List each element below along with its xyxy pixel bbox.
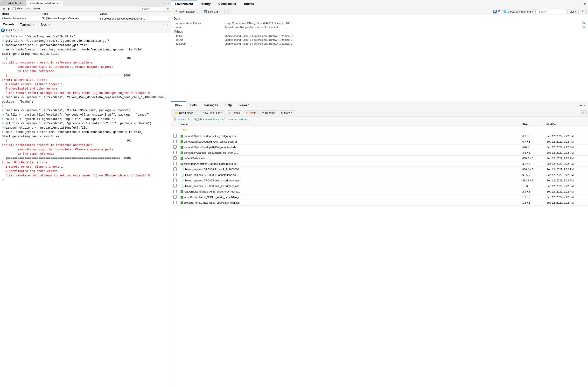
env-maximize-btn[interactable]: □: [583, 2, 587, 6]
env-values-row[interactable]: fa.file "/home/seong/R/x86_64-pc-linux-g…: [171, 34, 588, 38]
breadcrumb-version[interactable]: 4.1: [222, 118, 226, 121]
table-row[interactable]: R annotateSpliceOverlapsByDist_refoutput…: [171, 144, 588, 150]
file-checkbox[interactable]: [173, 151, 177, 154]
tab-history[interactable]: History: [197, 0, 214, 7]
file-checkbox-cell[interactable]: [171, 144, 179, 150]
file-name-cell[interactable]: R defaultModels.rds: [179, 156, 520, 161]
tab-plots[interactable]: Plots: [186, 102, 200, 109]
file-checkbox-cell[interactable]: [171, 167, 179, 172]
editor-maximize-btn[interactable]: □: [166, 1, 170, 5]
file-name-cell[interactable]: R selsoReCombined_SGNex_A549_directRNA_r…: [179, 194, 520, 200]
file-checkbox[interactable]: [173, 190, 177, 193]
file-checkbox[interactable]: [173, 167, 177, 171]
env-data-row[interactable]: ● bambuAnnotations Large CompressedGRang…: [171, 21, 588, 25]
file-checkbox-cell[interactable]: [171, 133, 179, 139]
file-name-cell[interactable]: 📄 Homo_sapiens.GRCh38.dna_sm.primary_ass…: [179, 178, 520, 183]
breadcrumb-extdata[interactable]: extdata: [239, 118, 248, 121]
tab-jobs[interactable]: Jobs ✕: [38, 22, 53, 27]
env-data-row[interactable]: ● se Formal class RangedSummarizedExperi…: [171, 25, 588, 29]
files-maximize-btn[interactable]: □: [583, 103, 587, 107]
env-values-row[interactable]: test.bam "/home/seong/R/x86_64-pc-linux-…: [171, 42, 588, 46]
tab-help[interactable]: Help: [222, 102, 236, 109]
env-values-row[interactable]: gtf.file "/home/seong/R/x86_64-pc-linux-…: [171, 38, 588, 42]
var-open-btn[interactable]: ↗: [167, 17, 169, 20]
env-search-input[interactable]: [537, 9, 566, 14]
file-checkbox-cell[interactable]: [171, 183, 179, 189]
file-checkbox-cell[interactable]: [171, 194, 179, 200]
more-btn[interactable]: ⚙ More ▼: [279, 110, 295, 115]
rename-btn[interactable]: ✏ Rename: [260, 110, 277, 115]
file-checkbox[interactable]: [173, 145, 177, 149]
file-checkbox[interactable]: [173, 173, 177, 176]
global-env-btn[interactable]: 🌐 Global Environment ▼: [501, 9, 536, 14]
table-row-updir[interactable]: 📁 ..: [171, 127, 588, 133]
file-name-cell[interactable]: R annotateSpliceOverlapByDist_testQuery.…: [179, 133, 520, 139]
table-row[interactable]: R selsoReRef_SGNex_A549_directRNA_replic…: [171, 200, 588, 205]
table-row[interactable]: 📄 Homo_sapiens.GRCh38.dna_sm.primary_ass…: [171, 183, 588, 189]
tab-console[interactable]: Console: [0, 21, 17, 28]
files-refresh-btn[interactable]: ↻: [580, 110, 587, 115]
file-checkbox-cell[interactable]: [171, 178, 179, 183]
updir-cell[interactable]: 📁 ..: [179, 127, 588, 133]
breadcrumb-more[interactable]: …: [249, 118, 252, 121]
tab-viewer[interactable]: Viewer: [236, 102, 252, 109]
breadcrumb-lib[interactable]: x86_64-pc-linux-library: [192, 118, 219, 121]
upload-btn[interactable]: ⬆ Upload: [227, 110, 242, 115]
file-name-cell[interactable]: R extendedAnnotationGranges_txdbGrch38_9…: [179, 161, 520, 167]
tab-untitled1-close[interactable]: ✕: [22, 2, 24, 5]
file-checkbox[interactable]: [173, 162, 177, 165]
file-name-cell[interactable]: R annotationGranges_txdbGrch38_91_chr9_1…: [179, 150, 520, 156]
col-name[interactable]: Name: [179, 122, 520, 127]
file-checkbox-cell[interactable]: [171, 150, 179, 156]
file-name-cell[interactable]: R annotateSpliceOverlapsByDist_refoutput…: [179, 144, 520, 150]
file-checkbox-cell[interactable]: [171, 139, 179, 144]
r-workdir-link[interactable]: ↗: [20, 29, 22, 32]
table-row[interactable]: R selsoReCombined_SGNex_A549_directRNA_r…: [171, 194, 588, 200]
env-search-icon[interactable]: 🔍: [582, 26, 586, 29]
editor-minimize-btn[interactable]: —: [162, 1, 165, 5]
tab-bambuannotations[interactable]: ● bambuAnnotations ✕: [27, 1, 63, 6]
tab-packages[interactable]: Packages: [201, 102, 222, 109]
memory-btn[interactable]: 💾 3.99 GiB ▼: [202, 9, 223, 14]
jobs-close-icon[interactable]: ✕: [48, 23, 50, 26]
terminal-close-icon[interactable]: ✕: [33, 23, 35, 26]
table-row[interactable]: R annotationGranges_txdbGrch38_91_chr9_1…: [171, 150, 588, 156]
var-refresh-btn[interactable]: ↻: [165, 7, 170, 11]
file-checkbox[interactable]: [173, 195, 177, 199]
var-table-row[interactable]: ● bambuAnnotations S4 (GenomicRanges::Co…: [0, 16, 171, 21]
file-name-cell[interactable]: R annotateSpliceOverlapByDist_testSubjec…: [179, 139, 520, 144]
breadcrumb-bambu[interactable]: bambu: [229, 118, 237, 121]
file-name-cell[interactable]: R readGrgList_SGNex_A549_directRNA_repli…: [179, 189, 520, 194]
tab-connections[interactable]: Connections: [215, 0, 240, 7]
console-maximize-btn[interactable]: □: [166, 23, 170, 26]
env-minimize-btn[interactable]: —: [579, 2, 583, 6]
import-dataset-btn[interactable]: ⬇ Import Dataset ▼: [173, 9, 200, 14]
show-attrs-checkbox[interactable]: [13, 7, 16, 10]
table-row[interactable]: 📄 Homo_sapiens.GRCh38.91_chr9_1_1000000.…: [171, 167, 588, 172]
table-row[interactable]: R defaultModels.rds 608.5 KB Sep 12, 202…: [171, 156, 588, 161]
col-size[interactable]: Size: [520, 122, 545, 127]
file-name-cell[interactable]: R selsoReRef_SGNex_A549_directRNA_replic…: [179, 200, 520, 205]
breadcrumb-home[interactable]: Home: [178, 118, 185, 121]
file-checkbox-cell[interactable]: [171, 189, 179, 194]
file-checkbox-cell[interactable]: [171, 200, 179, 205]
breadcrumb-r[interactable]: R: [188, 118, 189, 121]
var-forward-btn[interactable]: ▶: [7, 7, 12, 11]
env-search-icon[interactable]: 🔍: [582, 21, 586, 25]
tab-files[interactable]: Files: [171, 101, 186, 109]
file-checkbox-cell[interactable]: [171, 172, 179, 178]
table-row[interactable]: R readGrgList_SGNex_A549_directRNA_repli…: [171, 189, 588, 194]
env-list-btn[interactable]: List ▼: [567, 9, 579, 14]
console-output[interactable]: > fa.file <- "/data/long_read/ref/hg38.f…: [0, 33, 171, 387]
file-name-cell[interactable]: 📄 Homo_sapiens.GRCh38.91.annotations-txd…: [179, 172, 520, 178]
console-minimize-btn[interactable]: —: [162, 23, 166, 26]
show-attrs-toggle[interactable]: Show Attributes: [13, 7, 41, 10]
new-blank-file-btn[interactable]: 📄 New Blank File ▼: [196, 110, 225, 115]
file-checkbox[interactable]: [173, 134, 177, 138]
tab-tutorial[interactable]: Tutorial: [240, 0, 258, 7]
col-modified[interactable]: Modified: [545, 122, 588, 127]
tab-bambu-close[interactable]: ✕: [59, 2, 61, 5]
delete-btn[interactable]: ✕ Delete: [244, 110, 258, 115]
files-minimize-btn[interactable]: —: [579, 103, 583, 107]
tab-untitled1[interactable]: ⬡ Untitled1 ✕: [0, 0, 26, 6]
